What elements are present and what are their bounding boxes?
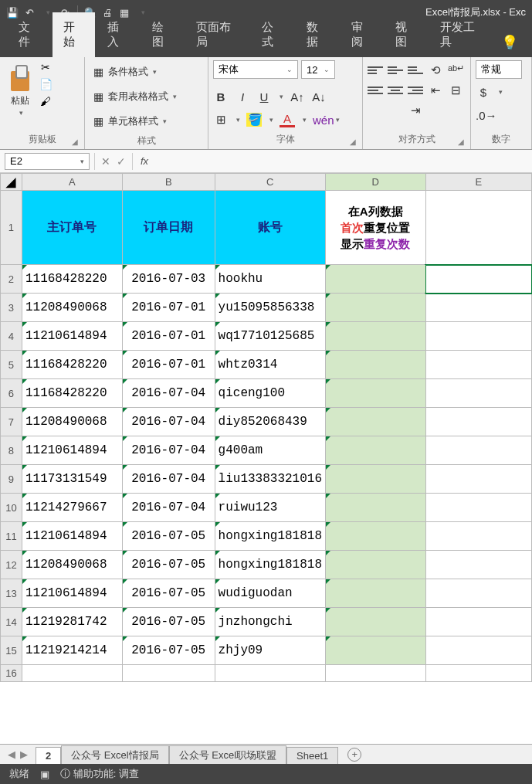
- formula-input[interactable]: [156, 153, 532, 170]
- cell[interactable]: g400am: [215, 436, 325, 465]
- align-bottom-icon[interactable]: [408, 63, 423, 77]
- italic-button[interactable]: I: [235, 90, 250, 104]
- cell[interactable]: wq17710125685: [215, 322, 325, 351]
- font-color-button[interactable]: A: [280, 112, 295, 127]
- cell[interactable]: [326, 379, 426, 408]
- row-header[interactable]: 9: [1, 465, 22, 494]
- cell[interactable]: 2016-07-04: [122, 436, 215, 465]
- cell[interactable]: [326, 636, 426, 665]
- cell[interactable]: [425, 436, 531, 465]
- align-middle-icon[interactable]: [388, 63, 403, 77]
- cell[interactable]: [425, 494, 531, 522]
- align-left-icon[interactable]: [368, 83, 383, 97]
- row-header[interactable]: 10: [1, 494, 22, 522]
- col-header-b[interactable]: B: [122, 174, 215, 191]
- cell[interactable]: [326, 408, 426, 436]
- cell[interactable]: [326, 551, 426, 579]
- cell[interactable]: 11210614894: [22, 322, 122, 351]
- paste-button[interactable]: 粘贴 ▾: [5, 60, 36, 131]
- paste-dropdown-icon[interactable]: ▾: [19, 109, 23, 117]
- cell[interactable]: 2016-07-05: [122, 579, 215, 608]
- bold-button[interactable]: B: [213, 90, 229, 104]
- cell[interactable]: [425, 379, 531, 408]
- tab-draw[interactable]: 绘图: [141, 12, 185, 57]
- cell[interactable]: 2016-07-05: [122, 522, 215, 551]
- tab-insert[interactable]: 插入: [97, 12, 140, 57]
- decrease-indent-icon[interactable]: ⇤: [428, 83, 443, 97]
- cell[interactable]: [425, 265, 531, 294]
- cell[interactable]: 2016-07-04: [122, 494, 215, 522]
- cell[interactable]: 11210614894: [22, 579, 122, 608]
- cell[interactable]: liu13383321016: [215, 465, 325, 494]
- borders-button[interactable]: ⊞: [213, 113, 229, 127]
- name-box[interactable]: E2▾: [5, 153, 90, 170]
- phonetic-button[interactable]: wén: [313, 114, 328, 127]
- col-header-e[interactable]: E: [425, 174, 531, 191]
- row-header[interactable]: 6: [1, 379, 22, 408]
- cell[interactable]: 11219214214: [22, 636, 122, 665]
- cell[interactable]: wudiguodan: [215, 579, 325, 608]
- cell[interactable]: yu15095856338: [215, 294, 325, 322]
- cell[interactable]: [425, 579, 531, 608]
- cell[interactable]: [425, 465, 531, 494]
- cell[interactable]: qiceng100: [215, 379, 325, 408]
- cell[interactable]: 11208490068: [22, 408, 122, 436]
- cell[interactable]: 11173131549: [22, 465, 122, 494]
- tab-layout[interactable]: 页面布局: [185, 12, 249, 57]
- merge-cells-icon[interactable]: ⊟: [448, 83, 463, 97]
- row-header[interactable]: 4: [1, 322, 22, 351]
- cell[interactable]: [22, 665, 122, 682]
- cell[interactable]: [425, 551, 531, 579]
- cell[interactable]: hongxing181818: [215, 522, 325, 551]
- cell[interactable]: hookhu: [215, 265, 325, 294]
- fill-color-button[interactable]: 🪣: [246, 113, 262, 127]
- sheet-tab[interactable]: Sheet1: [286, 747, 338, 764]
- cell[interactable]: zhjy09: [215, 636, 325, 665]
- cell[interactable]: 11210614894: [22, 436, 122, 465]
- add-sheet-button[interactable]: +: [347, 748, 361, 762]
- cell[interactable]: 11168428220: [22, 379, 122, 408]
- increase-font-icon[interactable]: A↑: [290, 90, 305, 104]
- row-header[interactable]: 3: [1, 294, 22, 322]
- sheet-tab[interactable]: 公众号 Excel职场联盟: [169, 745, 286, 765]
- copy-icon[interactable]: 📄: [39, 77, 53, 91]
- row-header[interactable]: 12: [1, 551, 22, 579]
- underline-button[interactable]: U: [256, 90, 272, 104]
- cell[interactable]: [326, 579, 426, 608]
- cell[interactable]: 2016-07-05: [122, 551, 215, 579]
- cell[interactable]: [326, 265, 426, 294]
- orientation-icon[interactable]: ⟲: [428, 63, 443, 77]
- increase-indent-icon[interactable]: ⇥: [408, 104, 423, 117]
- cell-styles-button[interactable]: ▦单元格样式▾: [91, 111, 167, 131]
- align-top-icon[interactable]: [368, 63, 383, 77]
- cell[interactable]: 11214279667: [22, 494, 122, 522]
- cell[interactable]: [326, 294, 426, 322]
- tab-file[interactable]: 文件: [8, 12, 51, 57]
- sheet-nav-next-icon[interactable]: ▶: [20, 748, 28, 760]
- cell[interactable]: [326, 608, 426, 636]
- sheet-tab[interactable]: 公众号 Excel情报局: [61, 745, 168, 765]
- row-header[interactable]: 15: [1, 636, 22, 665]
- cell[interactable]: [425, 294, 531, 322]
- accept-formula-icon[interactable]: ✓: [117, 155, 126, 168]
- cell[interactable]: 11168428220: [22, 265, 122, 294]
- fx-icon[interactable]: fx: [133, 155, 156, 167]
- cell[interactable]: 2016-07-05: [122, 636, 215, 665]
- row-header[interactable]: 14: [1, 608, 22, 636]
- tab-developer[interactable]: 开发工具: [429, 12, 493, 57]
- row-header[interactable]: 8: [1, 436, 22, 465]
- cell[interactable]: [122, 665, 215, 682]
- cell[interactable]: 2016-07-05: [122, 608, 215, 636]
- cell[interactable]: 2016-07-01: [122, 322, 215, 351]
- cell[interactable]: 2016-07-04: [122, 465, 215, 494]
- cell[interactable]: 2016-07-01: [122, 294, 215, 322]
- select-all-corner[interactable]: ◢: [1, 174, 22, 191]
- font-expand-icon[interactable]: ◢: [350, 137, 356, 146]
- col-header-c[interactable]: C: [215, 174, 325, 191]
- decimal-increase-icon[interactable]: .0→: [476, 109, 491, 122]
- wrap-text-icon[interactable]: ab↵: [448, 63, 463, 77]
- cell[interactable]: [425, 608, 531, 636]
- spreadsheet-grid[interactable]: ◢ A B C D E 1 主订单号 订单日期 账号 在A列数据 首次重复位置 …: [0, 173, 532, 744]
- macro-record-icon[interactable]: ▣: [40, 769, 49, 780]
- format-painter-icon[interactable]: 🖌: [39, 94, 53, 108]
